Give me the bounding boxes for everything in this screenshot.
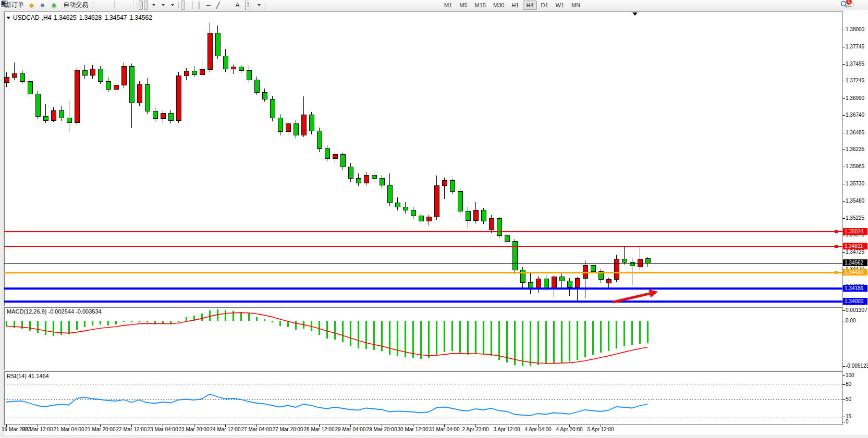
rsi-axis-label: 80 bbox=[846, 381, 851, 387]
price-axis-label: 1.35225 bbox=[846, 215, 864, 221]
price-axis-label: 1.35985 bbox=[846, 164, 864, 170]
macd-axis-label: 0.001307 bbox=[846, 307, 867, 314]
price-level-badge: 1.34811 bbox=[843, 243, 867, 249]
date-axis-label: 31 Mar 04:00 bbox=[429, 427, 460, 432]
price-axis-label: 1.37245 bbox=[846, 78, 864, 84]
price-axis-label: 1.37495 bbox=[846, 61, 864, 67]
price-axis-label: 1.38000 bbox=[846, 27, 864, 33]
price-open: 1.34625 bbox=[54, 14, 76, 21]
rsi-axis-label: 0 bbox=[846, 419, 849, 425]
date-axis-label: 22 Mar 12:00 bbox=[116, 427, 147, 432]
price-high: 1.34628 bbox=[79, 14, 102, 21]
rsi-axis-label: 50 bbox=[846, 396, 851, 403]
date-axis-label: 28 Mar 12:00 bbox=[304, 427, 335, 432]
rsi-indicator-label: RSI(14) 41.1464 bbox=[7, 373, 49, 379]
date-axis-label: 29 Mar 20:00 bbox=[366, 427, 397, 432]
chart-expand-icon[interactable] bbox=[6, 17, 10, 19]
bottom-strip bbox=[0, 435, 868, 438]
price-axis-label: 1.35480 bbox=[846, 198, 864, 204]
date-axis-label: 21 Mar 20:00 bbox=[85, 427, 116, 432]
date-axis-label: 4 Apr 04:00 bbox=[524, 427, 551, 432]
price-level-badge: 1.35024 bbox=[843, 228, 867, 235]
price-axis-label: 1.36235 bbox=[846, 146, 864, 153]
price-level-badge: 1.34000 bbox=[843, 298, 867, 305]
rsi-axis-label: 100 bbox=[846, 372, 854, 379]
chart-canvas[interactable] bbox=[0, 0, 868, 438]
price-axis-label: 1.36485 bbox=[846, 130, 864, 136]
date-axis-label: 2 Apr 23:00 bbox=[462, 427, 488, 432]
date-axis-label: 4 Apr 20:00 bbox=[556, 427, 582, 432]
price-level-badge: 1.34562 bbox=[843, 259, 867, 266]
date-axis-label: 23 Mar 20:00 bbox=[179, 427, 210, 432]
date-axis-label: 3 Apr 12:00 bbox=[493, 427, 520, 432]
chart-symbol: USDCAD-,H4 bbox=[13, 14, 51, 21]
date-axis-label: 20 Mar 12:00 bbox=[22, 427, 53, 432]
price-low: 1.34547 bbox=[104, 14, 127, 21]
price-axis-label: 1.37745 bbox=[846, 44, 864, 50]
macd-indicator-label: MACD(12,26,9) -0.002544 -0.003534 bbox=[7, 308, 102, 315]
macd-axis-label: 0.00 bbox=[846, 318, 855, 324]
price-axis-label: 1.36740 bbox=[846, 112, 864, 118]
macd-axis-label: -0.005123 bbox=[846, 363, 868, 369]
date-axis-label: 21 Mar 04:00 bbox=[54, 427, 84, 432]
date-axis-label: 27 Mar 04:00 bbox=[241, 427, 272, 432]
price-axis-label: 1.34725 bbox=[846, 249, 864, 255]
date-axis-label: 24 Mar 12:00 bbox=[210, 427, 241, 432]
date-axis-label: 29 Mar 04:00 bbox=[335, 427, 366, 432]
price-level-badge: 1.34430 bbox=[843, 269, 867, 276]
chart-title: USDCAD-,H4 1.34625 1.34628 1.34547 1.345… bbox=[6, 14, 152, 21]
price-axis-label: 1.36990 bbox=[846, 95, 864, 102]
price-close: 1.34562 bbox=[130, 14, 152, 21]
date-axis-label: 5 Apr 12:00 bbox=[587, 427, 614, 432]
date-axis-label: 23 Mar 04:00 bbox=[148, 427, 178, 432]
price-level-badge: 1.34186 bbox=[843, 285, 867, 292]
date-axis-label: 27 Mar 20:00 bbox=[273, 427, 303, 432]
price-axis-label: 1.35730 bbox=[846, 181, 864, 187]
mt4-window: 新订单 ◆ ☻ ◉ 自动交易 bbox=[0, 0, 868, 438]
date-axis-label: 30 Mar 12:00 bbox=[398, 427, 429, 432]
